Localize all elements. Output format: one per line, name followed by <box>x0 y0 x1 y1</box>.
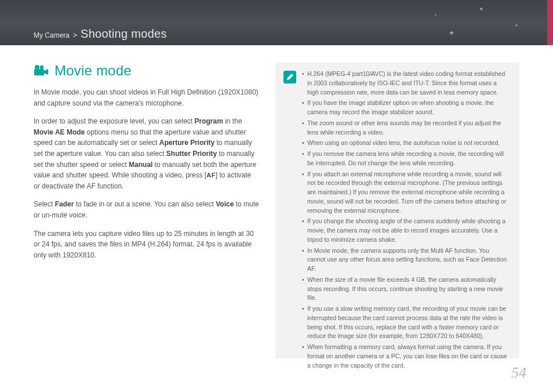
breadcrumb-section: Shooting modes <box>81 27 167 41</box>
header-band: ✦ ✦ ✦ ✦ My Camera > Shooting modes <box>0 0 553 45</box>
note-item: If you remove the camera lens while reco… <box>302 150 509 168</box>
note-item: When formatting a memory card, always fo… <box>302 343 509 370</box>
note-item: H.264 (MPEG-4 part10/AVC) is the latest … <box>302 70 509 97</box>
note-item: The zoom sound or other lens sounds may … <box>302 119 509 137</box>
note-item: If you attach an external microphone whi… <box>302 170 509 216</box>
note-list: H.264 (MPEG-4 part10/AVC) is the latest … <box>302 70 509 350</box>
heading-row: Movie mode <box>34 63 259 79</box>
note-item: In Movie mode, the camera supports only … <box>302 246 509 274</box>
main-column: Movie mode In Movie mode, you can shoot … <box>34 63 259 358</box>
note-item: If you change the shooting angle of the … <box>302 217 509 244</box>
content-area: Movie mode In Movie mode, you can shoot … <box>0 45 553 358</box>
paragraph-3: Select Fader to fade in or out a scene. … <box>34 199 259 220</box>
note-item: If you use a slow writing memory card, t… <box>302 304 509 341</box>
note-box: H.264 (MPEG-4 part10/AVC) is the latest … <box>275 63 519 358</box>
paragraph-2: In order to adjust the exposure level, y… <box>34 116 259 191</box>
svg-point-1 <box>40 66 43 69</box>
note-item: If you have the image stabilizer option … <box>302 99 509 117</box>
page-title: Movie mode <box>54 63 132 79</box>
svg-rect-2 <box>34 69 44 75</box>
paragraph-4: The camera lets you capture video files … <box>34 228 259 261</box>
svg-point-0 <box>35 65 39 70</box>
movie-camera-icon <box>34 65 49 77</box>
note-item: When using an optional video lens, the a… <box>302 139 509 148</box>
page-number: 54 <box>511 364 526 382</box>
body-text: In Movie mode, you can shoot videos in F… <box>34 87 259 260</box>
af-button-label: AF <box>206 170 216 180</box>
accent-bar <box>547 0 553 45</box>
breadcrumb: My Camera > Shooting modes <box>34 27 167 41</box>
breadcrumb-category: My Camera <box>34 31 70 39</box>
breadcrumb-sep: > <box>73 31 77 39</box>
note-item: When the size of a movie file exceeds 4 … <box>302 275 509 303</box>
paragraph-1: In Movie mode, you can shoot videos in F… <box>34 87 259 108</box>
pencil-note-icon <box>283 71 296 84</box>
